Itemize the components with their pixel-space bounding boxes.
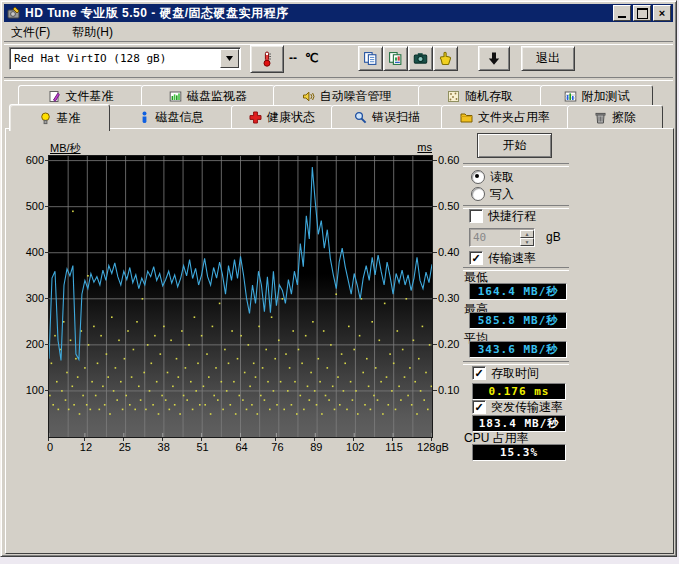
- benchmark-icon: [39, 112, 52, 125]
- read-radio[interactable]: [471, 170, 485, 184]
- down-arrow-icon: [487, 51, 501, 66]
- chart-canvas: [49, 156, 432, 437]
- axis-tick: [201, 438, 202, 441]
- x-axis-label: 115: [372, 441, 416, 453]
- axis-tick: [433, 390, 437, 391]
- axis-tick: [275, 438, 276, 441]
- copy-image-button[interactable]: [383, 46, 408, 71]
- axis-tick: [392, 438, 393, 441]
- tab-benchmark[interactable]: 基准: [9, 104, 110, 131]
- right-axis-label: 0.20: [438, 338, 459, 350]
- exit-button[interactable]: 退出: [521, 46, 575, 71]
- tab-label: 随机存取: [465, 88, 513, 105]
- divider: [4, 77, 673, 81]
- right-axis-label: 0.50: [438, 200, 459, 212]
- axis-tick: [433, 252, 437, 253]
- axis-tick: [123, 438, 124, 441]
- tab-error-scan[interactable]: 错误扫描: [331, 105, 443, 130]
- download-button[interactable]: [478, 46, 510, 71]
- axis-tick: [353, 438, 354, 441]
- tab-folder-usage[interactable]: 文件夹占用率: [441, 105, 569, 130]
- hand-icon: [438, 51, 453, 66]
- disk-info-icon: [138, 111, 151, 124]
- radio-dot: [475, 174, 479, 178]
- maximize-button[interactable]: [633, 5, 651, 21]
- short-stroke-checkbox[interactable]: [469, 209, 483, 223]
- write-radio[interactable]: [471, 187, 485, 201]
- access-time-checkbox[interactable]: ✓: [472, 366, 486, 380]
- copy-text-button[interactable]: [358, 46, 383, 71]
- drive-select[interactable]: Red Hat VirtIO (128 gB): [9, 47, 241, 70]
- chevron-down-icon: [226, 56, 233, 61]
- window-title: HD Tune 专业版 5.50 - 硬盘/固态硬盘实用程序: [25, 5, 288, 22]
- short-stroke-value: 40: [470, 231, 520, 244]
- temperature-button[interactable]: [250, 45, 284, 73]
- axis-tick: [433, 298, 437, 299]
- close-button[interactable]: ×: [653, 5, 671, 21]
- screenshot-button[interactable]: [408, 46, 433, 71]
- axis-tick: [45, 252, 49, 253]
- burst-rate-checkbox[interactable]: ✓: [472, 400, 486, 414]
- start-button[interactable]: 开始: [477, 133, 552, 158]
- tab-random-access[interactable]: 随机存取: [418, 85, 542, 107]
- cpu-usage-value: 15.3%: [472, 444, 566, 461]
- drive-select-arrow[interactable]: [220, 49, 239, 68]
- left-axis-unit: MB/秒: [50, 141, 81, 156]
- tab-label: 错误扫描: [372, 109, 420, 126]
- left-axis-label: 400: [18, 246, 44, 258]
- max-value: 585.8 MB/秒: [469, 312, 567, 329]
- axis-tick: [45, 206, 49, 207]
- left-axis-label: 600: [18, 154, 44, 166]
- benchmark-chart: [48, 155, 433, 438]
- minimize-button[interactable]: [613, 5, 631, 21]
- short-stroke-label[interactable]: 快捷行程: [488, 208, 536, 225]
- spin-up-icon[interactable]: ▲: [520, 230, 534, 238]
- access-time-label[interactable]: 存取时间: [491, 365, 539, 382]
- axis-tick: [433, 160, 437, 161]
- left-axis-label: 200: [18, 338, 44, 350]
- tab-label: 文件基准: [66, 88, 114, 105]
- axis-tick: [45, 390, 49, 391]
- random-access-icon: [447, 90, 460, 103]
- tab-extra-tests[interactable]: 附加测试: [540, 85, 653, 107]
- short-stroke-unit: gB: [546, 230, 561, 244]
- right-axis-label: 0.10: [438, 384, 459, 396]
- tab-label: 磁盘信息: [156, 109, 204, 126]
- axis-tick: [433, 344, 437, 345]
- write-label[interactable]: 写入: [490, 186, 514, 203]
- x-axis-label: 25: [103, 441, 147, 453]
- read-label[interactable]: 读取: [490, 169, 514, 186]
- transfer-rate-label[interactable]: 传输速率: [488, 250, 536, 267]
- tab-auto-acoustic[interactable]: 自动噪音管理: [273, 85, 420, 107]
- short-stroke-spinner[interactable]: 40 ▲ ▼: [469, 228, 535, 247]
- right-axis-label: 0.60: [438, 154, 459, 166]
- axis-tick: [162, 438, 163, 441]
- camera-icon: [413, 51, 428, 66]
- tab-health[interactable]: 健康状态: [231, 105, 333, 130]
- copy-image-icon: [388, 51, 403, 66]
- spinner-buttons[interactable]: ▲ ▼: [520, 230, 534, 245]
- burst-rate-label[interactable]: 突发传输速率: [491, 399, 563, 416]
- tab-erase[interactable]: 擦除: [567, 105, 663, 130]
- maximize-icon: [637, 8, 648, 19]
- menu-help[interactable]: 帮助(H): [66, 23, 119, 42]
- left-axis-label: 100: [18, 384, 44, 396]
- close-icon: ×: [659, 8, 665, 19]
- menu-file[interactable]: 文件(F): [5, 23, 56, 42]
- transfer-rate-checkbox[interactable]: ✓: [469, 251, 483, 265]
- title-bar[interactable]: HD Tune 专业版 5.50 - 硬盘/固态硬盘实用程序 ×: [4, 4, 673, 22]
- tab-disk-info[interactable]: 磁盘信息: [108, 105, 233, 130]
- right-axis-label: 0.40: [438, 246, 459, 258]
- tab-disk-monitor[interactable]: 磁盘监视器: [141, 85, 275, 107]
- temperature-unit: ℃: [305, 51, 318, 65]
- thermometer-icon: [260, 51, 274, 67]
- axis-tick: [45, 160, 49, 161]
- axis-tick: [431, 438, 432, 441]
- app-window: HD Tune 专业版 5.50 - 硬盘/固态硬盘实用程序 × 文件(F) 帮…: [0, 0, 677, 557]
- tab-label: 附加测试: [582, 88, 630, 105]
- left-axis-label: 500: [18, 200, 44, 212]
- x-axis-label: 51: [181, 441, 225, 453]
- x-axis-label: 12: [64, 441, 108, 453]
- spin-down-icon[interactable]: ▼: [520, 238, 534, 246]
- hand-button[interactable]: [433, 46, 458, 71]
